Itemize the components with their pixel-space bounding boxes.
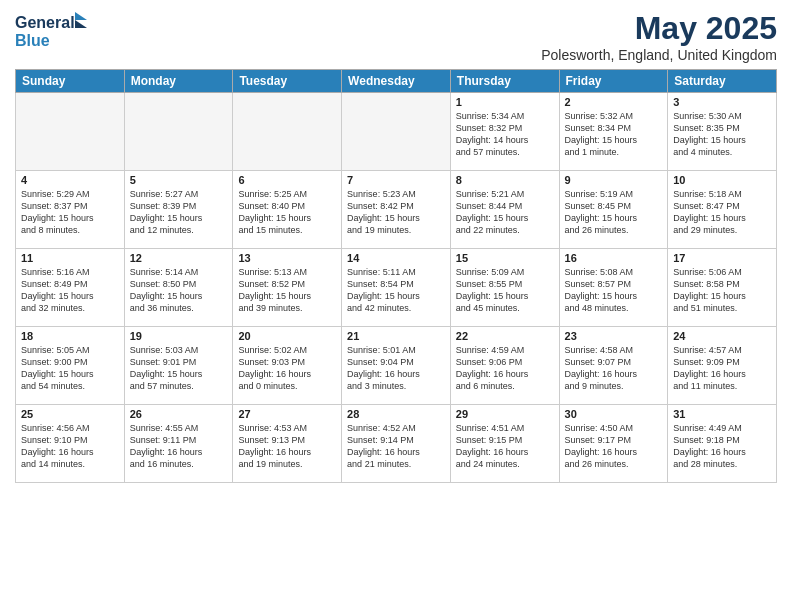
- calendar-cell: [342, 93, 451, 171]
- day-info: Sunrise: 5:03 AM Sunset: 9:01 PM Dayligh…: [130, 344, 228, 393]
- month-title: May 2025: [541, 10, 777, 47]
- day-info: Sunrise: 5:25 AM Sunset: 8:40 PM Dayligh…: [238, 188, 336, 237]
- day-number: 6: [238, 174, 336, 186]
- calendar-cell: 6Sunrise: 5:25 AM Sunset: 8:40 PM Daylig…: [233, 171, 342, 249]
- day-info: Sunrise: 5:23 AM Sunset: 8:42 PM Dayligh…: [347, 188, 445, 237]
- calendar-cell: 28Sunrise: 4:52 AM Sunset: 9:14 PM Dayli…: [342, 405, 451, 483]
- calendar-cell: 18Sunrise: 5:05 AM Sunset: 9:00 PM Dayli…: [16, 327, 125, 405]
- calendar-cell: 10Sunrise: 5:18 AM Sunset: 8:47 PM Dayli…: [668, 171, 777, 249]
- day-info: Sunrise: 5:34 AM Sunset: 8:32 PM Dayligh…: [456, 110, 554, 159]
- day-info: Sunrise: 5:05 AM Sunset: 9:00 PM Dayligh…: [21, 344, 119, 393]
- calendar-body: 1Sunrise: 5:34 AM Sunset: 8:32 PM Daylig…: [16, 93, 777, 483]
- day-number: 11: [21, 252, 119, 264]
- day-number: 24: [673, 330, 771, 342]
- header: GeneralBlue May 2025 Polesworth, England…: [15, 10, 777, 63]
- col-saturday: Saturday: [668, 70, 777, 93]
- day-info: Sunrise: 4:52 AM Sunset: 9:14 PM Dayligh…: [347, 422, 445, 471]
- calendar-cell: 26Sunrise: 4:55 AM Sunset: 9:11 PM Dayli…: [124, 405, 233, 483]
- day-info: Sunrise: 4:55 AM Sunset: 9:11 PM Dayligh…: [130, 422, 228, 471]
- day-number: 27: [238, 408, 336, 420]
- calendar-cell: 9Sunrise: 5:19 AM Sunset: 8:45 PM Daylig…: [559, 171, 668, 249]
- calendar-cell: 11Sunrise: 5:16 AM Sunset: 8:49 PM Dayli…: [16, 249, 125, 327]
- location: Polesworth, England, United Kingdom: [541, 47, 777, 63]
- col-wednesday: Wednesday: [342, 70, 451, 93]
- calendar-cell: 30Sunrise: 4:50 AM Sunset: 9:17 PM Dayli…: [559, 405, 668, 483]
- day-info: Sunrise: 5:13 AM Sunset: 8:52 PM Dayligh…: [238, 266, 336, 315]
- calendar-cell: 20Sunrise: 5:02 AM Sunset: 9:03 PM Dayli…: [233, 327, 342, 405]
- day-number: 13: [238, 252, 336, 264]
- day-info: Sunrise: 4:51 AM Sunset: 9:15 PM Dayligh…: [456, 422, 554, 471]
- calendar-cell: 23Sunrise: 4:58 AM Sunset: 9:07 PM Dayli…: [559, 327, 668, 405]
- calendar-cell: 24Sunrise: 4:57 AM Sunset: 9:09 PM Dayli…: [668, 327, 777, 405]
- calendar-cell: 21Sunrise: 5:01 AM Sunset: 9:04 PM Dayli…: [342, 327, 451, 405]
- day-number: 18: [21, 330, 119, 342]
- day-info: Sunrise: 5:32 AM Sunset: 8:34 PM Dayligh…: [565, 110, 663, 159]
- calendar-cell: 19Sunrise: 5:03 AM Sunset: 9:01 PM Dayli…: [124, 327, 233, 405]
- day-number: 25: [21, 408, 119, 420]
- day-info: Sunrise: 5:01 AM Sunset: 9:04 PM Dayligh…: [347, 344, 445, 393]
- header-row: Sunday Monday Tuesday Wednesday Thursday…: [16, 70, 777, 93]
- day-number: 26: [130, 408, 228, 420]
- day-number: 19: [130, 330, 228, 342]
- week-row-4: 18Sunrise: 5:05 AM Sunset: 9:00 PM Dayli…: [16, 327, 777, 405]
- day-number: 3: [673, 96, 771, 108]
- day-info: Sunrise: 5:09 AM Sunset: 8:55 PM Dayligh…: [456, 266, 554, 315]
- title-block: May 2025 Polesworth, England, United Kin…: [541, 10, 777, 63]
- day-info: Sunrise: 4:50 AM Sunset: 9:17 PM Dayligh…: [565, 422, 663, 471]
- day-info: Sunrise: 5:18 AM Sunset: 8:47 PM Dayligh…: [673, 188, 771, 237]
- col-sunday: Sunday: [16, 70, 125, 93]
- day-info: Sunrise: 5:27 AM Sunset: 8:39 PM Dayligh…: [130, 188, 228, 237]
- day-number: 22: [456, 330, 554, 342]
- day-info: Sunrise: 5:08 AM Sunset: 8:57 PM Dayligh…: [565, 266, 663, 315]
- calendar-cell: [124, 93, 233, 171]
- day-number: 4: [21, 174, 119, 186]
- week-row-2: 4Sunrise: 5:29 AM Sunset: 8:37 PM Daylig…: [16, 171, 777, 249]
- week-row-3: 11Sunrise: 5:16 AM Sunset: 8:49 PM Dayli…: [16, 249, 777, 327]
- calendar-cell: 5Sunrise: 5:27 AM Sunset: 8:39 PM Daylig…: [124, 171, 233, 249]
- col-monday: Monday: [124, 70, 233, 93]
- day-number: 28: [347, 408, 445, 420]
- day-info: Sunrise: 5:06 AM Sunset: 8:58 PM Dayligh…: [673, 266, 771, 315]
- day-number: 9: [565, 174, 663, 186]
- calendar-cell: 2Sunrise: 5:32 AM Sunset: 8:34 PM Daylig…: [559, 93, 668, 171]
- calendar-cell: [233, 93, 342, 171]
- calendar-cell: 31Sunrise: 4:49 AM Sunset: 9:18 PM Dayli…: [668, 405, 777, 483]
- day-info: Sunrise: 5:16 AM Sunset: 8:49 PM Dayligh…: [21, 266, 119, 315]
- day-number: 2: [565, 96, 663, 108]
- day-info: Sunrise: 5:19 AM Sunset: 8:45 PM Dayligh…: [565, 188, 663, 237]
- day-number: 12: [130, 252, 228, 264]
- calendar-cell: 13Sunrise: 5:13 AM Sunset: 8:52 PM Dayli…: [233, 249, 342, 327]
- page-container: GeneralBlue May 2025 Polesworth, England…: [0, 0, 792, 612]
- logo-icon: GeneralBlue: [15, 10, 95, 52]
- calendar-cell: 22Sunrise: 4:59 AM Sunset: 9:06 PM Dayli…: [450, 327, 559, 405]
- logo: GeneralBlue: [15, 10, 95, 52]
- calendar-cell: 3Sunrise: 5:30 AM Sunset: 8:35 PM Daylig…: [668, 93, 777, 171]
- svg-marker-3: [75, 20, 87, 28]
- week-row-5: 25Sunrise: 4:56 AM Sunset: 9:10 PM Dayli…: [16, 405, 777, 483]
- calendar-cell: 17Sunrise: 5:06 AM Sunset: 8:58 PM Dayli…: [668, 249, 777, 327]
- svg-text:Blue: Blue: [15, 32, 50, 49]
- calendar-cell: [16, 93, 125, 171]
- col-tuesday: Tuesday: [233, 70, 342, 93]
- day-info: Sunrise: 5:14 AM Sunset: 8:50 PM Dayligh…: [130, 266, 228, 315]
- day-info: Sunrise: 4:56 AM Sunset: 9:10 PM Dayligh…: [21, 422, 119, 471]
- col-friday: Friday: [559, 70, 668, 93]
- calendar-cell: 4Sunrise: 5:29 AM Sunset: 8:37 PM Daylig…: [16, 171, 125, 249]
- day-number: 5: [130, 174, 228, 186]
- day-number: 17: [673, 252, 771, 264]
- calendar-cell: 14Sunrise: 5:11 AM Sunset: 8:54 PM Dayli…: [342, 249, 451, 327]
- day-number: 8: [456, 174, 554, 186]
- svg-marker-2: [75, 12, 87, 20]
- day-number: 23: [565, 330, 663, 342]
- day-info: Sunrise: 5:29 AM Sunset: 8:37 PM Dayligh…: [21, 188, 119, 237]
- calendar-table: Sunday Monday Tuesday Wednesday Thursday…: [15, 69, 777, 483]
- day-number: 16: [565, 252, 663, 264]
- day-number: 1: [456, 96, 554, 108]
- calendar-cell: 29Sunrise: 4:51 AM Sunset: 9:15 PM Dayli…: [450, 405, 559, 483]
- day-number: 10: [673, 174, 771, 186]
- col-thursday: Thursday: [450, 70, 559, 93]
- calendar-cell: 27Sunrise: 4:53 AM Sunset: 9:13 PM Dayli…: [233, 405, 342, 483]
- day-number: 14: [347, 252, 445, 264]
- calendar-cell: 16Sunrise: 5:08 AM Sunset: 8:57 PM Dayli…: [559, 249, 668, 327]
- day-info: Sunrise: 5:11 AM Sunset: 8:54 PM Dayligh…: [347, 266, 445, 315]
